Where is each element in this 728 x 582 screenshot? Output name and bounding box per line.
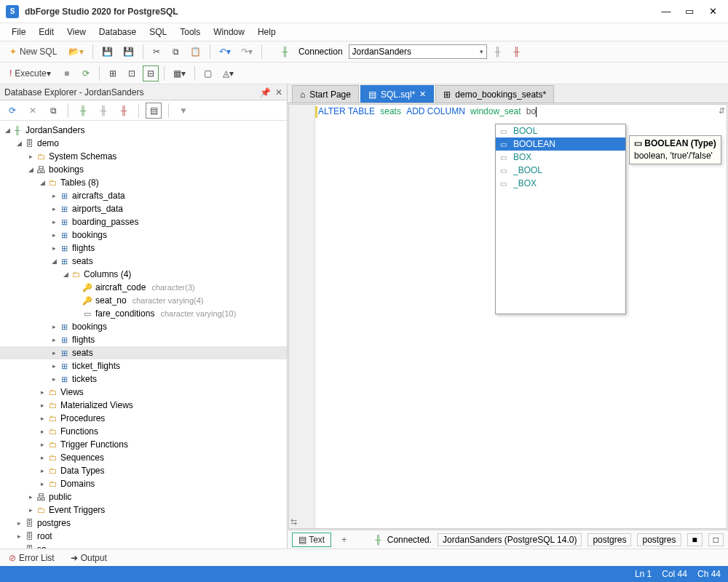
error-list-tab[interactable]: ⊘Error List — [4, 551, 59, 565]
tool-1[interactable]: ⊞ — [105, 65, 121, 81]
event-triggers-node[interactable]: ▸🗀Event Triggers — [0, 503, 287, 517]
folder-node[interactable]: ▸🗀Domains — [0, 477, 287, 490]
table-node[interactable]: ▸⊞ticket_flights — [0, 359, 287, 372]
save-all-button[interactable]: 💾 — [119, 44, 138, 60]
separator — [99, 66, 100, 81]
editor-split-icon[interactable]: ⇵ — [719, 106, 725, 116]
connection-status-text: Connected. — [387, 535, 432, 545]
intellisense-item[interactable]: ▭_BOX — [496, 177, 625, 190]
database-node[interactable]: ▸🗄postgres — [0, 517, 287, 530]
table-seats-selected[interactable]: ▸⊞seats — [0, 346, 287, 359]
pin-icon[interactable]: 📌 — [260, 87, 271, 97]
menu-edit[interactable]: Edit — [33, 25, 60, 39]
text-view-tab[interactable]: ▤ Text — [292, 533, 331, 547]
close-button[interactable]: ✕ — [708, 6, 718, 17]
separator — [210, 44, 210, 59]
folder-node[interactable]: ▸🗀Trigger Functions — [0, 438, 287, 451]
database-node[interactable]: ◢🗄demo — [0, 137, 287, 150]
delete-node-button[interactable]: ✕ — [25, 103, 41, 119]
folder-node[interactable]: ▸🗀Views — [0, 386, 287, 399]
menu-sql[interactable]: SQL — [143, 25, 173, 39]
menu-window[interactable]: Window — [207, 25, 250, 39]
undo-button[interactable]: ↶▾ — [215, 44, 234, 60]
column-node[interactable]: ▭fare_conditionscharacter varying(10) — [0, 307, 287, 320]
tool-4[interactable]: ▦▾ — [170, 65, 189, 81]
connection-2-button[interactable]: ╫ — [95, 103, 111, 119]
view-mode-button[interactable]: ▤ — [146, 103, 162, 119]
intellisense-item[interactable]: ▭BOX — [496, 151, 625, 164]
system-schemas-node[interactable]: ▸🗀System Schemas — [0, 150, 287, 163]
column-node[interactable]: 🔑aircraft_codecharacter(3) — [0, 281, 287, 294]
tool-5[interactable]: ▢ — [200, 65, 216, 81]
menu-view[interactable]: View — [61, 25, 92, 39]
folder-node[interactable]: ▸🗀Data Types — [0, 464, 287, 477]
minimize-button[interactable]: — — [661, 6, 671, 17]
schema-node[interactable]: ◢品bookings — [0, 163, 287, 176]
sql-toolbar: !Execute▾ ■ ⟳ ⊞ ⊡ ⊟ ▦▾ ▢ ◬▾ — [0, 63, 728, 84]
stop-button[interactable]: ■ — [59, 65, 75, 81]
table-node[interactable]: ▸⊞airports_data — [0, 202, 287, 215]
disconnect-button[interactable]: ╫ — [509, 44, 525, 60]
table-node[interactable]: ▸⊞flights — [0, 242, 287, 255]
output-tab[interactable]: ➜Output — [66, 551, 111, 565]
server-node[interactable]: ◢╫JordanSanders — [0, 124, 287, 137]
tool-3[interactable]: ⊟ — [143, 65, 159, 81]
connection-3-button[interactable]: ╫ — [116, 103, 132, 119]
new-sql-button[interactable]: ✦New SQL — [4, 44, 62, 60]
database-node[interactable]: ▸🗄sa — [0, 543, 287, 549]
intellisense-popup[interactable]: ▭BOOL ▭BOOLEAN ▭BOX ▭_BOOL ▭_BOX — [495, 124, 626, 314]
new-connection-button[interactable]: ╫ — [75, 103, 91, 119]
table-node[interactable]: ▸⊞bookings — [0, 320, 287, 333]
tables-folder-node[interactable]: ◢🗀Tables (8) — [0, 176, 287, 189]
cut-button[interactable]: ✂ — [149, 44, 165, 60]
redo-button[interactable]: ↷▾ — [237, 44, 256, 60]
table-seats-node[interactable]: ◢⊞seats — [0, 255, 287, 268]
columns-folder-node[interactable]: ◢🗀Columns (4) — [0, 268, 287, 281]
connect-button[interactable]: ╫ — [490, 44, 506, 60]
copy-button[interactable]: ⧉ — [167, 44, 183, 60]
add-view-button[interactable]: + — [337, 533, 351, 546]
status-toggle-2[interactable]: □ — [708, 533, 724, 546]
column-node[interactable]: 🔑seat_nocharacter varying(4) — [0, 294, 287, 307]
database-node[interactable]: ▸🗄root — [0, 530, 287, 543]
table-node[interactable]: ▸⊞tickets — [0, 372, 287, 386]
refresh-explorer-button[interactable]: ⟳ — [4, 103, 20, 119]
text-cursor — [536, 107, 537, 117]
status-toggle-1[interactable]: ■ — [687, 533, 703, 546]
table-node[interactable]: ▸⊞flights — [0, 333, 287, 346]
editor-split-h-icon[interactable]: ⇆ — [290, 517, 297, 527]
tab-close-icon[interactable]: ✕ — [419, 89, 426, 99]
table-node[interactable]: ▸⊞aircrafts_data — [0, 189, 287, 202]
new-window-button[interactable]: ⧉ — [45, 103, 61, 119]
folder-node[interactable]: ▸🗀Procedures — [0, 412, 287, 425]
connection-dropdown[interactable]: JordanSanders — [349, 44, 487, 59]
save-button[interactable]: 💾 — [98, 44, 116, 60]
intellisense-item[interactable]: ▭_BOOL — [496, 164, 625, 177]
folder-node[interactable]: ▸🗀Materialized Views — [0, 399, 287, 412]
paste-button[interactable]: 📋 — [186, 44, 205, 60]
refresh-button[interactable]: ⟳ — [78, 65, 94, 81]
menu-tools[interactable]: Tools — [174, 25, 206, 39]
filter-button[interactable]: ▼ — [175, 103, 191, 119]
tool-6[interactable]: ◬▾ — [219, 65, 237, 81]
intellisense-item[interactable]: ▭BOOL — [496, 124, 625, 137]
explorer-tree[interactable]: ◢╫JordanSanders ◢🗄demo ▸🗀System Schemas … — [0, 121, 287, 549]
menu-file[interactable]: File — [6, 25, 31, 39]
connection-info: JordanSanders (PostgreSQL 14.0) — [438, 533, 582, 546]
tab-start-page[interactable]: ⌂Start Page — [292, 85, 359, 103]
execute-button[interactable]: !Execute▾ — [4, 65, 56, 81]
schema-public-node[interactable]: ▸品public — [0, 490, 287, 503]
table-node[interactable]: ▸⊞boarding_passes — [0, 215, 287, 228]
tab-demo-bookings[interactable]: ⊞demo_bookings_seats* — [435, 85, 554, 103]
folder-node[interactable]: ▸🗀Functions — [0, 425, 287, 438]
tool-2[interactable]: ⊡ — [124, 65, 140, 81]
maximize-button[interactable]: ▭ — [684, 6, 695, 17]
panel-close-icon[interactable]: ✕ — [275, 87, 282, 97]
open-button[interactable]: 📂▾ — [65, 44, 87, 60]
table-node[interactable]: ▸⊞bookings — [0, 228, 287, 242]
intellisense-item-selected[interactable]: ▭BOOLEAN — [496, 137, 625, 151]
tab-sql[interactable]: ▤SQL.sql*✕ — [360, 85, 434, 103]
menu-database[interactable]: Database — [93, 25, 142, 39]
folder-node[interactable]: ▸🗀Sequences — [0, 451, 287, 464]
menu-help[interactable]: Help — [252, 25, 282, 39]
